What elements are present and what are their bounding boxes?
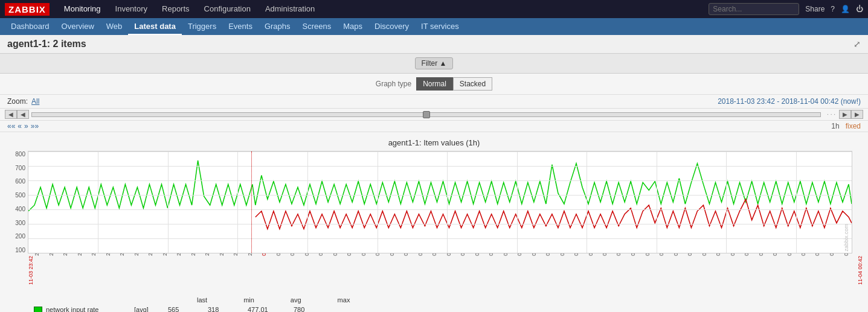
help-button[interactable]: ? xyxy=(831,5,835,13)
subnav-screens[interactable]: Screens xyxy=(297,18,338,35)
x-label-0012: 00:12 xyxy=(431,253,437,256)
legend-header-max: max xyxy=(338,296,350,304)
expand-icon[interactable]: ⤢ xyxy=(854,39,861,49)
zoom-row: Zoom: All 2018-11-03 23:42 - 2018-11-04 … xyxy=(0,95,868,109)
legend-headers: last min avg max xyxy=(34,296,858,304)
fast-prev-single-btn[interactable]: « xyxy=(18,122,22,130)
subnav-it-services[interactable]: IT services xyxy=(415,18,465,35)
x-label-0014: 00:14 xyxy=(460,253,466,256)
x-label-2346: 23:46 xyxy=(62,253,68,256)
period-fixed: 1h fixed xyxy=(831,122,861,130)
subnav-discovery[interactable]: Discovery xyxy=(368,18,415,35)
subnav-graphs[interactable]: Graphs xyxy=(259,18,297,35)
x-label-0031: 00:31 xyxy=(701,253,707,256)
nav-monitoring[interactable]: Monitoring xyxy=(57,0,108,18)
x-label-0015: 00:15 xyxy=(474,253,480,256)
y-label-600: 600 xyxy=(15,178,25,185)
legend-max-input: 780 xyxy=(294,306,324,312)
nav-next2-btn[interactable]: ▶ xyxy=(851,110,863,119)
x-label-0021: 00:21 xyxy=(559,253,565,256)
x-label-0033: 00:33 xyxy=(730,253,736,256)
x-label-0004: 00:04 xyxy=(318,253,324,256)
graph-type-stacked[interactable]: Stacked xyxy=(453,77,492,91)
nav-reports[interactable]: Reports xyxy=(155,0,197,18)
x-label-0002: 00:02 xyxy=(289,253,295,256)
x-label-0027: 00:27 xyxy=(645,253,651,256)
x-label-0001: 00:01 xyxy=(275,253,281,256)
x-label-0023: 00:23 xyxy=(588,253,594,256)
filter-button[interactable]: Filter ▲ xyxy=(415,57,454,69)
fast-prev-btn[interactable]: «« xyxy=(7,122,15,130)
zabbix-watermark: zabbix.com xyxy=(843,224,849,252)
x-label-0009: 00:09 xyxy=(389,253,395,256)
subnav-events[interactable]: Events xyxy=(222,18,259,35)
legend-color-green xyxy=(34,307,42,312)
top-nav-items: Monitoring Inventory Reports Configurati… xyxy=(57,0,709,18)
nav-administration[interactable]: Administration xyxy=(258,0,322,18)
legend-min-input: 318 xyxy=(208,306,238,312)
nav-prev2-btn[interactable]: ◀ xyxy=(17,110,29,119)
search-input[interactable] xyxy=(709,3,799,15)
nav-slider-handle[interactable] xyxy=(423,111,430,118)
nav-slider-track[interactable] xyxy=(31,112,821,117)
date-label-end: 11-04 00:42 xyxy=(857,256,863,285)
x-label-0035: 00:35 xyxy=(758,253,764,256)
x-label-0029: 00:29 xyxy=(673,253,679,256)
x-label-0000: 00:00 xyxy=(261,253,267,256)
legend-header-min: min xyxy=(243,296,254,304)
x-label-0034: 00:34 xyxy=(744,253,750,256)
x-label-2356: 23:56 xyxy=(204,253,210,256)
period-label: 1h xyxy=(831,122,839,130)
subnav-latest-data[interactable]: Latest data xyxy=(128,18,182,35)
subnav-triggers[interactable]: Triggers xyxy=(182,18,222,35)
graph-type-normal[interactable]: Normal xyxy=(416,77,453,91)
x-label-0003: 00:03 xyxy=(304,253,310,256)
x-label-0039: 00:39 xyxy=(814,253,820,256)
share-button[interactable]: Share xyxy=(805,5,825,13)
nav-inventory[interactable]: Inventory xyxy=(108,0,155,18)
x-label-2353: 23:53 xyxy=(162,253,168,256)
x-label-0026: 00:26 xyxy=(630,253,636,256)
x-label-0022: 00:22 xyxy=(573,253,579,256)
zoom-label: Zoom: xyxy=(7,97,28,106)
nav-prev-btn[interactable]: ◀ xyxy=(5,110,17,119)
x-label-0040: 00:40 xyxy=(829,253,835,256)
y-label-200: 200 xyxy=(15,233,25,240)
nav-dots: · · · xyxy=(827,111,835,118)
x-label-2355: 23:55 xyxy=(190,253,196,256)
chart-area: agent1-1: Item values (1h) 800 700 600 5… xyxy=(0,132,868,312)
x-label-2354: 23:54 xyxy=(176,253,182,256)
x-label-0036: 00:36 xyxy=(772,253,778,256)
nav-arrows-row: ◀ ◀ · · · ▶ ▶ xyxy=(0,109,868,121)
subnav-maps[interactable]: Maps xyxy=(337,18,368,35)
x-label-0017: 00:17 xyxy=(503,253,509,256)
x-label-2347: 23:47 xyxy=(77,253,83,256)
top-nav-right: Share ? 👤 ⏻ xyxy=(709,3,863,15)
fast-next-btn[interactable]: »» xyxy=(31,122,39,130)
user-icon[interactable]: 👤 xyxy=(841,5,850,13)
chart-svg xyxy=(28,151,852,253)
subnav-overview[interactable]: Overview xyxy=(56,18,100,35)
x-label-2344: 23:44 xyxy=(34,253,40,256)
fast-nav-left: «« « » »» xyxy=(7,122,39,130)
zoom-all-link[interactable]: All xyxy=(31,97,39,106)
x-label-2351: 23:51 xyxy=(133,253,140,256)
power-icon[interactable]: ⏻ xyxy=(856,5,863,13)
date-range[interactable]: 2018-11-03 23:42 - 2018-11-04 00:42 (now… xyxy=(718,97,861,106)
y-label-800: 800 xyxy=(15,151,25,158)
x-label-2348: 23:48 xyxy=(91,253,97,256)
x-label-0037: 00:37 xyxy=(786,253,792,256)
subnav-dashboard[interactable]: Dashboard xyxy=(5,18,56,35)
fast-next-single-btn[interactable]: » xyxy=(24,122,28,130)
x-label-0011: 00:11 xyxy=(417,253,423,256)
subnav-web[interactable]: Web xyxy=(100,18,129,35)
x-label-0016: 00:16 xyxy=(488,253,494,256)
x-label-0005: 00:05 xyxy=(332,253,338,256)
legend-tag-input: [avg] xyxy=(134,306,158,312)
nav-next-btn[interactable]: ▶ xyxy=(839,110,851,119)
legend-last-input: 565 xyxy=(168,306,198,312)
x-label-0007: 00:07 xyxy=(361,253,367,256)
nav-configuration[interactable]: Configuration xyxy=(197,0,258,18)
graph-type-row: Graph type Normal Stacked xyxy=(0,74,868,95)
x-label-0010: 00:10 xyxy=(403,253,409,256)
